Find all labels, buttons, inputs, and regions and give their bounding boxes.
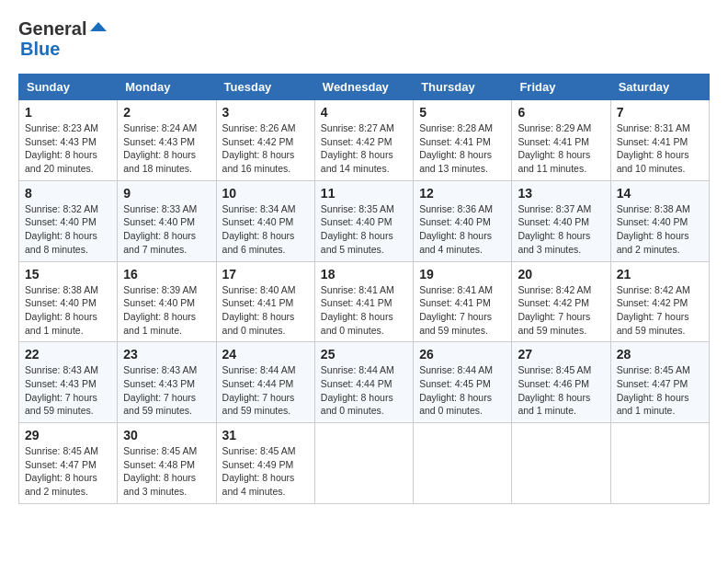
day-number: 9 [123, 186, 210, 201]
column-header-tuesday: Tuesday [216, 75, 314, 100]
day-number: 5 [419, 105, 506, 120]
day-info: Sunrise: 8:44 AM Sunset: 4:44 PM Dayligh… [222, 363, 309, 418]
calendar-cell [414, 423, 512, 504]
day-number: 29 [25, 428, 111, 442]
column-header-thursday: Thursday [414, 75, 512, 100]
calendar-header-row: SundayMondayTuesdayWednesdayThursdayFrid… [19, 75, 710, 100]
calendar-cell: 9 Sunrise: 8:33 AM Sunset: 4:40 PM Dayli… [118, 180, 216, 261]
day-info: Sunrise: 8:31 AM Sunset: 4:41 PM Dayligh… [617, 121, 703, 176]
day-info: Sunrise: 8:24 AM Sunset: 4:43 PM Dayligh… [123, 121, 210, 176]
calendar-cell: 12 Sunrise: 8:36 AM Sunset: 4:40 PM Dayl… [414, 180, 512, 261]
day-info: Sunrise: 8:45 AM Sunset: 4:47 PM Dayligh… [617, 363, 703, 418]
calendar-cell [512, 423, 610, 504]
column-header-wednesday: Wednesday [314, 75, 413, 100]
calendar-week-row: 22 Sunrise: 8:43 AM Sunset: 4:43 PM Dayl… [19, 342, 710, 423]
logo-bird-icon [88, 18, 108, 39]
day-info: Sunrise: 8:29 AM Sunset: 4:41 PM Dayligh… [518, 121, 604, 176]
calendar-cell: 14 Sunrise: 8:38 AM Sunset: 4:40 PM Dayl… [610, 180, 709, 261]
day-number: 1 [25, 105, 111, 120]
day-info: Sunrise: 8:41 AM Sunset: 4:41 PM Dayligh… [419, 283, 506, 338]
day-info: Sunrise: 8:41 AM Sunset: 4:41 PM Dayligh… [321, 283, 407, 338]
calendar-week-row: 15 Sunrise: 8:38 AM Sunset: 4:40 PM Dayl… [19, 261, 710, 342]
day-number: 7 [617, 105, 703, 120]
day-number: 11 [321, 186, 407, 201]
calendar-cell: 28 Sunrise: 8:45 AM Sunset: 4:47 PM Dayl… [610, 342, 709, 423]
day-number: 28 [617, 347, 703, 362]
logo-general-text: General [18, 18, 86, 39]
day-number: 24 [222, 347, 309, 362]
calendar-cell: 11 Sunrise: 8:35 AM Sunset: 4:40 PM Dayl… [314, 180, 413, 261]
calendar-cell: 10 Sunrise: 8:34 AM Sunset: 4:40 PM Dayl… [216, 180, 314, 261]
day-number: 23 [123, 347, 210, 362]
calendar-cell: 20 Sunrise: 8:42 AM Sunset: 4:42 PM Dayl… [512, 261, 610, 342]
calendar-cell: 7 Sunrise: 8:31 AM Sunset: 4:41 PM Dayli… [610, 100, 709, 181]
day-info: Sunrise: 8:42 AM Sunset: 4:42 PM Dayligh… [617, 283, 703, 338]
day-number: 31 [222, 428, 309, 442]
day-number: 6 [518, 105, 604, 120]
calendar-week-row: 29 Sunrise: 8:45 AM Sunset: 4:47 PM Dayl… [19, 423, 710, 504]
day-info: Sunrise: 8:43 AM Sunset: 4:43 PM Dayligh… [123, 363, 210, 418]
day-number: 16 [123, 267, 210, 282]
day-info: Sunrise: 8:45 AM Sunset: 4:46 PM Dayligh… [518, 363, 604, 418]
calendar-cell: 16 Sunrise: 8:39 AM Sunset: 4:40 PM Dayl… [118, 261, 216, 342]
logo-blue-text: Blue [20, 39, 108, 59]
day-info: Sunrise: 8:42 AM Sunset: 4:42 PM Dayligh… [518, 283, 604, 338]
day-number: 17 [222, 267, 309, 282]
column-header-monday: Monday [118, 75, 216, 100]
calendar-cell: 30 Sunrise: 8:45 AM Sunset: 4:48 PM Dayl… [118, 423, 216, 504]
day-info: Sunrise: 8:43 AM Sunset: 4:43 PM Dayligh… [25, 363, 111, 418]
calendar-cell: 5 Sunrise: 8:28 AM Sunset: 4:41 PM Dayli… [414, 100, 512, 181]
day-info: Sunrise: 8:44 AM Sunset: 4:45 PM Dayligh… [419, 363, 506, 418]
day-info: Sunrise: 8:45 AM Sunset: 4:48 PM Dayligh… [123, 444, 210, 499]
calendar-cell [314, 423, 413, 504]
logo: General Blue [18, 18, 108, 59]
day-info: Sunrise: 8:38 AM Sunset: 4:40 PM Dayligh… [25, 283, 111, 338]
day-info: Sunrise: 8:45 AM Sunset: 4:49 PM Dayligh… [222, 444, 309, 499]
calendar-cell: 18 Sunrise: 8:41 AM Sunset: 4:41 PM Dayl… [314, 261, 413, 342]
day-info: Sunrise: 8:32 AM Sunset: 4:40 PM Dayligh… [25, 202, 111, 257]
calendar-cell: 24 Sunrise: 8:44 AM Sunset: 4:44 PM Dayl… [216, 342, 314, 423]
calendar-cell: 26 Sunrise: 8:44 AM Sunset: 4:45 PM Dayl… [414, 342, 512, 423]
calendar-cell: 1 Sunrise: 8:23 AM Sunset: 4:43 PM Dayli… [19, 100, 118, 181]
day-info: Sunrise: 8:38 AM Sunset: 4:40 PM Dayligh… [617, 202, 703, 257]
day-number: 10 [222, 186, 309, 201]
calendar-cell: 4 Sunrise: 8:27 AM Sunset: 4:42 PM Dayli… [314, 100, 413, 181]
day-number: 12 [419, 186, 506, 201]
day-info: Sunrise: 8:26 AM Sunset: 4:42 PM Dayligh… [222, 121, 309, 176]
header: General Blue [18, 18, 710, 59]
day-number: 4 [321, 105, 407, 120]
calendar-cell: 29 Sunrise: 8:45 AM Sunset: 4:47 PM Dayl… [19, 423, 118, 504]
calendar-cell: 21 Sunrise: 8:42 AM Sunset: 4:42 PM Dayl… [610, 261, 709, 342]
calendar-cell: 13 Sunrise: 8:37 AM Sunset: 4:40 PM Dayl… [512, 180, 610, 261]
calendar-cell: 6 Sunrise: 8:29 AM Sunset: 4:41 PM Dayli… [512, 100, 610, 181]
day-number: 30 [123, 428, 210, 442]
day-number: 25 [321, 347, 407, 362]
day-number: 3 [222, 105, 309, 120]
calendar-cell: 22 Sunrise: 8:43 AM Sunset: 4:43 PM Dayl… [19, 342, 118, 423]
calendar-cell: 31 Sunrise: 8:45 AM Sunset: 4:49 PM Dayl… [216, 423, 314, 504]
calendar-week-row: 1 Sunrise: 8:23 AM Sunset: 4:43 PM Dayli… [19, 100, 710, 181]
day-number: 20 [518, 267, 604, 282]
svg-marker-0 [90, 22, 107, 31]
calendar-table: SundayMondayTuesdayWednesdayThursdayFrid… [18, 74, 710, 504]
day-number: 8 [25, 186, 111, 201]
day-info: Sunrise: 8:28 AM Sunset: 4:41 PM Dayligh… [419, 121, 506, 176]
day-info: Sunrise: 8:34 AM Sunset: 4:40 PM Dayligh… [222, 202, 309, 257]
day-info: Sunrise: 8:37 AM Sunset: 4:40 PM Dayligh… [518, 202, 604, 257]
day-number: 19 [419, 267, 506, 282]
day-info: Sunrise: 8:40 AM Sunset: 4:41 PM Dayligh… [222, 283, 309, 338]
day-number: 21 [617, 267, 703, 282]
day-number: 27 [518, 347, 604, 362]
logo-container: General Blue [18, 18, 108, 59]
day-number: 22 [25, 347, 111, 362]
day-number: 2 [123, 105, 210, 120]
day-info: Sunrise: 8:33 AM Sunset: 4:40 PM Dayligh… [123, 202, 210, 257]
day-number: 18 [321, 267, 407, 282]
calendar-cell: 15 Sunrise: 8:38 AM Sunset: 4:40 PM Dayl… [19, 261, 118, 342]
day-info: Sunrise: 8:39 AM Sunset: 4:40 PM Dayligh… [123, 283, 210, 338]
calendar-cell: 27 Sunrise: 8:45 AM Sunset: 4:46 PM Dayl… [512, 342, 610, 423]
calendar-week-row: 8 Sunrise: 8:32 AM Sunset: 4:40 PM Dayli… [19, 180, 710, 261]
calendar-cell: 8 Sunrise: 8:32 AM Sunset: 4:40 PM Dayli… [19, 180, 118, 261]
calendar-cell [610, 423, 709, 504]
day-number: 26 [419, 347, 506, 362]
